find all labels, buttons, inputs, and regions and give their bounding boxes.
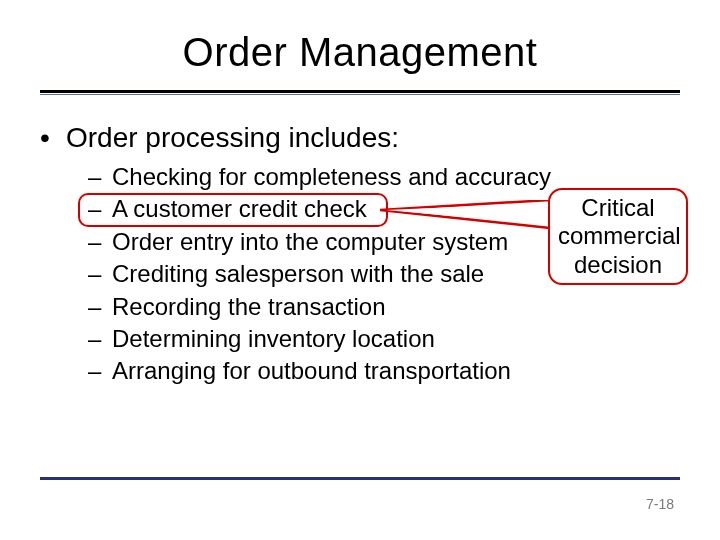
bullet-level2: Recording the transaction	[40, 291, 680, 323]
callout-bubble: Critical commercial decision	[548, 188, 688, 285]
callout-line: Critical	[558, 194, 678, 222]
highlight-box	[78, 193, 388, 227]
slide-title: Order Management	[0, 30, 720, 75]
slide: Order Management Order processing includ…	[0, 0, 720, 540]
bullet-level2: Determining inventory location	[40, 323, 680, 355]
footer-rule	[40, 477, 680, 480]
bullet-level1: Order processing includes:	[40, 120, 680, 155]
title-underline	[40, 90, 680, 95]
bullet-level2: Arranging for outbound transportation	[40, 355, 680, 387]
page-number: 7-18	[646, 496, 674, 512]
callout-line: commercial	[558, 222, 678, 250]
callout-line: decision	[558, 251, 678, 279]
callout-connector	[380, 200, 555, 240]
